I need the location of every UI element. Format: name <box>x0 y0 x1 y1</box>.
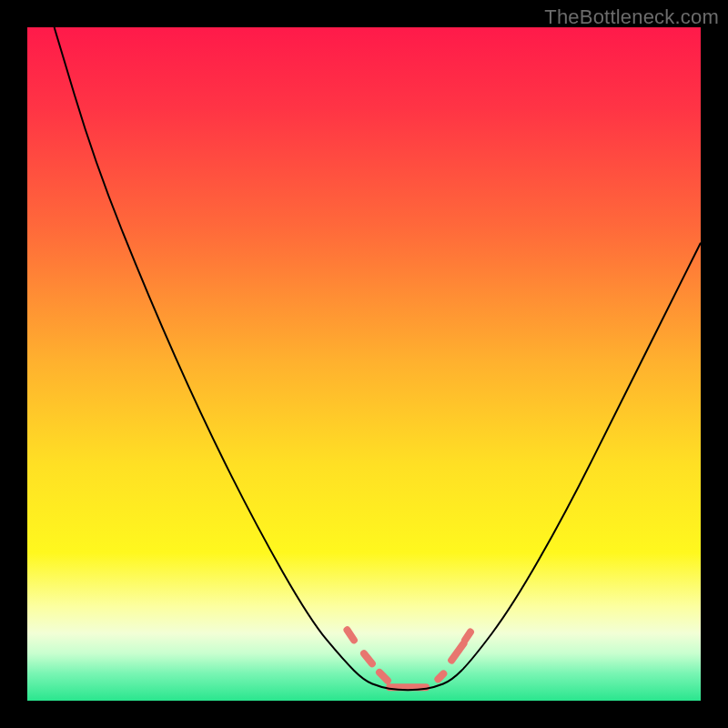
chart-container: TheBottleneck.com <box>0 0 728 728</box>
watermark: TheBottleneck.com <box>544 5 719 29</box>
svg-line-6 <box>465 632 470 641</box>
gradient-background <box>27 27 701 701</box>
svg-line-4 <box>438 673 443 679</box>
plot-area <box>27 27 701 701</box>
chart-svg <box>27 27 701 701</box>
